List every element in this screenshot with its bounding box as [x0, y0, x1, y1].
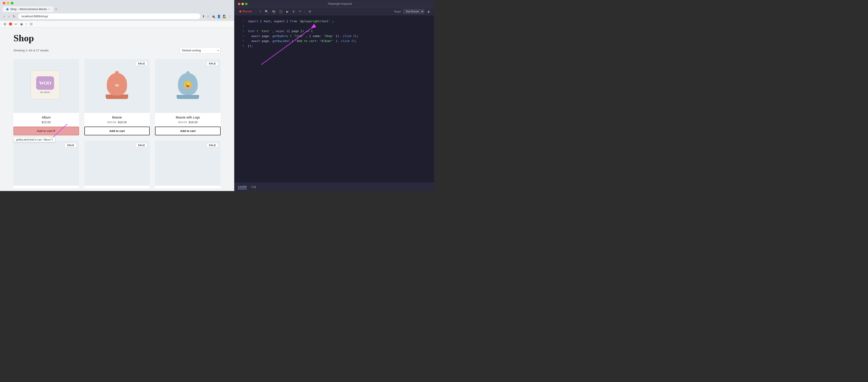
- code-editor: 1 import { test, expect } from '@playwri…: [234, 15, 434, 183]
- traffic-lights: [3, 2, 231, 4]
- beanie-logo-name: Beanie with Logo: [155, 116, 221, 119]
- line-number-5: 5: [239, 38, 244, 43]
- beanie-logo-price: $20.00 $18.00: [155, 120, 221, 124]
- add-to-cart-beanie-logo-button[interactable]: Add to cart: [155, 126, 221, 135]
- code-content-6: });: [248, 43, 253, 49]
- incognito-icon[interactable]: 🕵: [223, 14, 226, 18]
- explore-icon[interactable]: 🔍: [264, 9, 269, 14]
- eye-icon[interactable]: ◉: [20, 22, 23, 26]
- sort-select[interactable]: Default sorting Sort by popularity Sort …: [180, 47, 221, 54]
- inspector-title: Playwright Inspector: [250, 2, 430, 5]
- target-select[interactable]: Test Runner Page: [403, 9, 424, 14]
- codegen-icon[interactable]: ⬛: [278, 9, 284, 14]
- browser-toolbar-icons: ⬆ ☆ 🔌 👤 🕵 ⋮: [202, 14, 231, 18]
- product-grid-row2: SALE SALE SALE: [13, 141, 221, 188]
- beanie-price: $20.00 $18.00: [84, 120, 150, 124]
- back-button[interactable]: ‹: [3, 14, 6, 19]
- shop-title: Shop: [13, 33, 221, 43]
- separator: [256, 9, 256, 13]
- forward-button[interactable]: ›: [7, 14, 10, 19]
- beanie-patch: [115, 84, 119, 87]
- record-dot-icon[interactable]: [9, 23, 12, 26]
- code-content-5: await page. getByLabel ( 'Add to cart: "…: [248, 38, 356, 43]
- profile-icon[interactable]: 👤: [217, 14, 221, 18]
- pause-icon[interactable]: ⏸: [291, 9, 296, 14]
- tab-title: Shop – WooCommerce Blocks: [10, 8, 47, 11]
- browser-chrome: 🔷 Shop – WooCommerce Blocks ✕ +: [0, 0, 234, 12]
- wordpress-icon: 🔷: [6, 8, 9, 11]
- shop-content-wrap: Shop Showing 1–16 of 17 results Default …: [0, 27, 234, 191]
- bookmark-icon[interactable]: ☆: [207, 14, 210, 18]
- cursor-icon[interactable]: ↩: [15, 22, 18, 26]
- results-header: Showing 1–16 of 17 results Default sorti…: [13, 47, 221, 54]
- inspector-minimize-icon[interactable]: [242, 3, 244, 5]
- code-content-3: test ( 'test' , async ({ page }) => {: [248, 29, 313, 34]
- theme-icon[interactable]: ◑: [426, 9, 430, 14]
- beanie-art: [106, 73, 128, 99]
- new-tab-button[interactable]: +: [54, 6, 58, 12]
- beanie-sale-price: $18.00: [118, 120, 127, 124]
- grid-icon[interactable]: ⊞: [4, 22, 6, 26]
- tab-bar: 🔷 Shop – WooCommerce Blocks ✕ +: [3, 6, 231, 12]
- inspector-traffic-lights: [238, 3, 248, 5]
- code-content-4: await page. getByRole ( 'link' , { name:…: [248, 34, 359, 38]
- close-icon[interactable]: [3, 2, 5, 4]
- code-line-5: 5 await page. getByLabel ( 'Add to cart:…: [239, 38, 430, 43]
- refresh-button[interactable]: ↻: [12, 14, 17, 19]
- shop-scroll: Shop Showing 1–16 of 17 results Default …: [0, 27, 234, 191]
- extensions-icon[interactable]: 🔌: [211, 14, 215, 18]
- beanie-body: [107, 73, 127, 95]
- step-icon[interactable]: ↷: [298, 9, 302, 14]
- beanie-name: Beanie: [84, 116, 150, 119]
- inspector-close-icon[interactable]: [238, 3, 240, 5]
- add-to-cart-beanie-button[interactable]: Add to cart: [84, 126, 150, 135]
- line-number-1: 1: [239, 19, 244, 23]
- smiley-face: 😜: [184, 81, 192, 89]
- tab-close-icon[interactable]: ✕: [48, 8, 50, 10]
- tab-log[interactable]: Log: [251, 185, 256, 189]
- code-line-1: 1 import { test, expect } from '@playwri…: [239, 19, 430, 24]
- sale-badge-row2-2: SALE: [135, 143, 148, 147]
- beanie-logo-pom: [186, 71, 190, 75]
- add-to-cart-album-button[interactable]: Add to cart ⟳: [13, 126, 79, 135]
- browser-panel: 🔷 Shop – WooCommerce Blocks ✕ + ‹ › ↻ lo…: [0, 0, 234, 191]
- playwright-inspector-panel: Playwright Inspector Record ⌖ 🔍 📷 ⬛ ▶ ⏸ …: [234, 0, 434, 191]
- album-name: Album: [13, 116, 79, 119]
- upload-icon[interactable]: ↑: [26, 22, 27, 26]
- settings-icon[interactable]: ⚙: [308, 9, 312, 14]
- browser-tab[interactable]: 🔷 Shop – WooCommerce Blocks ✕: [3, 6, 53, 12]
- beanie-pom: [115, 71, 119, 75]
- product-grid: WOO the album Album $15.00 Add to cart ⟳: [13, 59, 221, 135]
- album-cart-wrap: Add to cart ⟳ getByLabel('Add to cart: "…: [13, 126, 79, 135]
- menu-icon[interactable]: ⋮: [228, 14, 231, 18]
- screenshot-icon[interactable]: 📷: [271, 9, 276, 14]
- album-price: $15.00: [13, 120, 79, 124]
- inspector-toolbar: Record ⌖ 🔍 📷 ⬛ ▶ ⏸ ↷ ⚙ Target: Test Runn…: [234, 8, 434, 15]
- record-button[interactable]: Record: [238, 9, 253, 14]
- block-icon[interactable]: ⊡: [30, 22, 33, 26]
- share-icon[interactable]: ⬆: [202, 14, 205, 18]
- album-subtitle: the album: [40, 91, 50, 93]
- sale-badge-beanie: SALE: [135, 61, 148, 66]
- beanie-logo-art: 😜: [177, 73, 199, 99]
- beanie-logo-image: SALE 😜: [155, 59, 221, 113]
- minimize-icon[interactable]: [7, 2, 9, 4]
- code-line-4: 4 await page. getByRole ( 'link' , { nam…: [239, 34, 430, 38]
- url-bar[interactable]: localhost:8889/shop/: [18, 13, 200, 19]
- line-number-6: 6: [239, 43, 244, 48]
- inspector-maximize-icon[interactable]: [245, 3, 248, 5]
- product-image-row2-2: SALE: [84, 141, 150, 186]
- record-dot-icon: [239, 10, 242, 12]
- sale-badge-beanie-logo: SALE: [207, 61, 218, 66]
- beanie-logo-original-price: $20.00: [178, 120, 187, 124]
- code-content-1: import { test, expect } from '@playwrigh…: [248, 19, 334, 24]
- inspector-titlebar: Playwright Inspector: [234, 0, 434, 8]
- pick-locator-icon[interactable]: ⌖: [259, 9, 262, 14]
- target-label: Target:: [394, 10, 401, 13]
- separator2: [305, 9, 305, 13]
- play-icon[interactable]: ▶: [285, 9, 289, 14]
- tab-locator[interactable]: Locator: [238, 185, 247, 189]
- line-number-4: 4: [239, 34, 244, 38]
- maximize-icon[interactable]: [11, 2, 13, 4]
- wc-toolbar: ⊞ ↩ ◉ ↑ ⊡: [0, 21, 234, 27]
